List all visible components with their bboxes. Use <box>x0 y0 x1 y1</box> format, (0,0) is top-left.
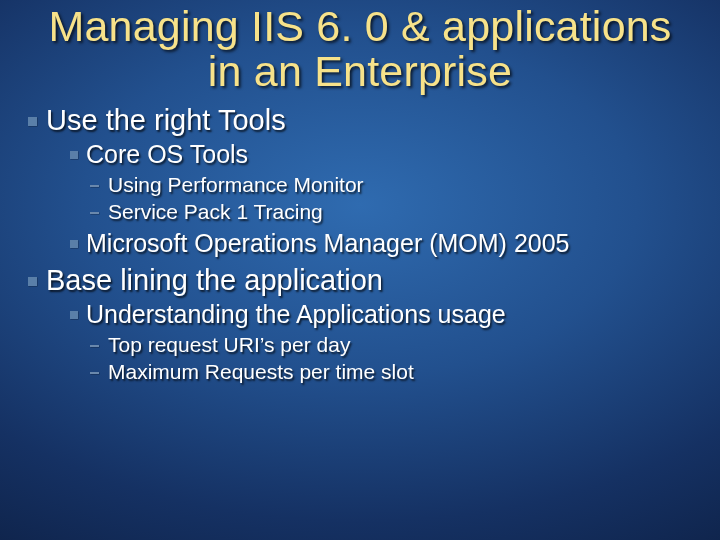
title-line-2: in an Enterprise <box>208 47 512 95</box>
bullet-text: Service Pack 1 Tracing <box>108 200 323 223</box>
bullet-l1: Base lining the application Understandin… <box>46 264 690 384</box>
bullet-text: Using Performance Monitor <box>108 173 364 196</box>
bullet-text: Microsoft Operations Manager (MOM) 2005 <box>86 229 570 257</box>
slide-content: Use the right Tools Core OS Tools Using … <box>0 104 720 384</box>
bullet-l3: Maximum Requests per time slot <box>108 360 690 384</box>
bullet-l2: Microsoft Operations Manager (MOM) 2005 <box>86 229 690 258</box>
bullet-text: Core OS Tools <box>86 140 248 168</box>
bullet-l3: Top request URI’s per day <box>108 333 690 357</box>
bullet-l2: Understanding the Applications usage Top… <box>86 300 690 384</box>
title-line-1: Managing IIS 6. 0 & applications <box>48 2 671 50</box>
bullet-l3: Service Pack 1 Tracing <box>108 200 690 224</box>
slide-title: Managing IIS 6. 0 & applications in an E… <box>0 0 720 102</box>
slide: Managing IIS 6. 0 & applications in an E… <box>0 0 720 540</box>
bullet-list: Use the right Tools Core OS Tools Using … <box>46 104 690 384</box>
bullet-text: Top request URI’s per day <box>108 333 350 356</box>
bullet-text: Use the right Tools <box>46 104 286 136</box>
bullet-text: Understanding the Applications usage <box>86 300 506 328</box>
bullet-text: Maximum Requests per time slot <box>108 360 414 383</box>
bullet-l2: Core OS Tools Using Performance Monitor … <box>86 140 690 224</box>
bullet-text: Base lining the application <box>46 264 383 296</box>
bullet-l3: Using Performance Monitor <box>108 173 690 197</box>
bullet-l1: Use the right Tools Core OS Tools Using … <box>46 104 690 258</box>
